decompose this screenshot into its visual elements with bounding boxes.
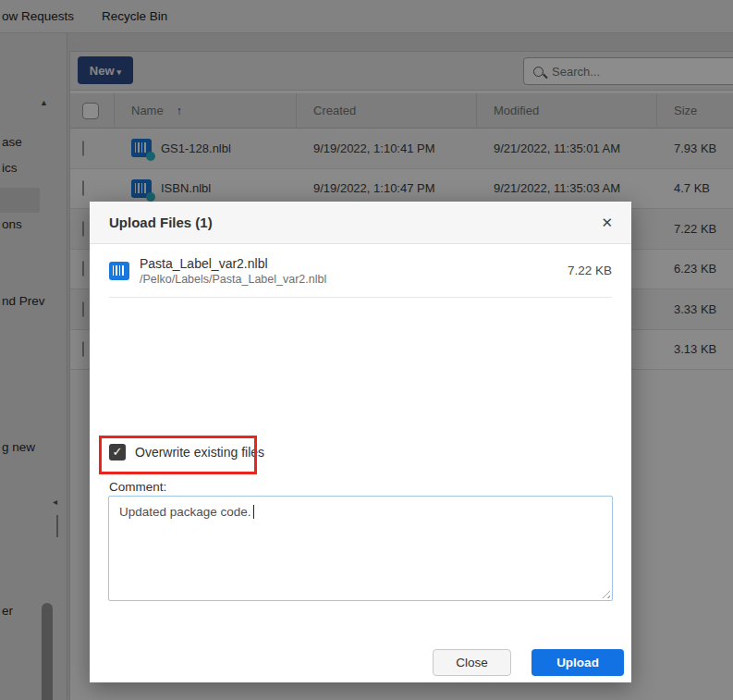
resize-handle-icon[interactable] bbox=[601, 589, 610, 598]
comment-label: Comment: bbox=[109, 480, 166, 494]
comment-text: Updated package code. bbox=[119, 505, 251, 519]
close-icon[interactable]: ✕ bbox=[601, 202, 613, 244]
upload-file-name: Pasta_Label_var2.nlbl bbox=[140, 256, 326, 271]
upload-button[interactable]: Upload bbox=[531, 649, 624, 676]
upload-file-size: 7.22 KB bbox=[568, 264, 612, 277]
upload-file-path: /Pelko/Labels/Pasta_Label_var2.nlbl bbox=[140, 273, 326, 286]
comment-textarea[interactable]: Updated package code. bbox=[108, 496, 613, 601]
checkbox-checked-icon[interactable]: ✓ bbox=[109, 444, 126, 461]
upload-files-dialog: Upload Files (1) ✕ Pasta_Label_var2.nlbl… bbox=[90, 202, 631, 682]
overwrite-checkbox-row[interactable]: ✓ Overwrite existing files bbox=[109, 444, 264, 461]
overwrite-label: Overwrite existing files bbox=[135, 445, 264, 460]
label-file-icon bbox=[109, 262, 129, 280]
dialog-header: Upload Files (1) ✕ bbox=[90, 202, 631, 244]
dialog-title: Upload Files (1) bbox=[109, 202, 213, 244]
upload-file-item: Pasta_Label_var2.nlbl /Pelko/Labels/Past… bbox=[109, 244, 612, 298]
text-cursor bbox=[253, 505, 254, 519]
close-button[interactable]: Close bbox=[433, 649, 511, 676]
